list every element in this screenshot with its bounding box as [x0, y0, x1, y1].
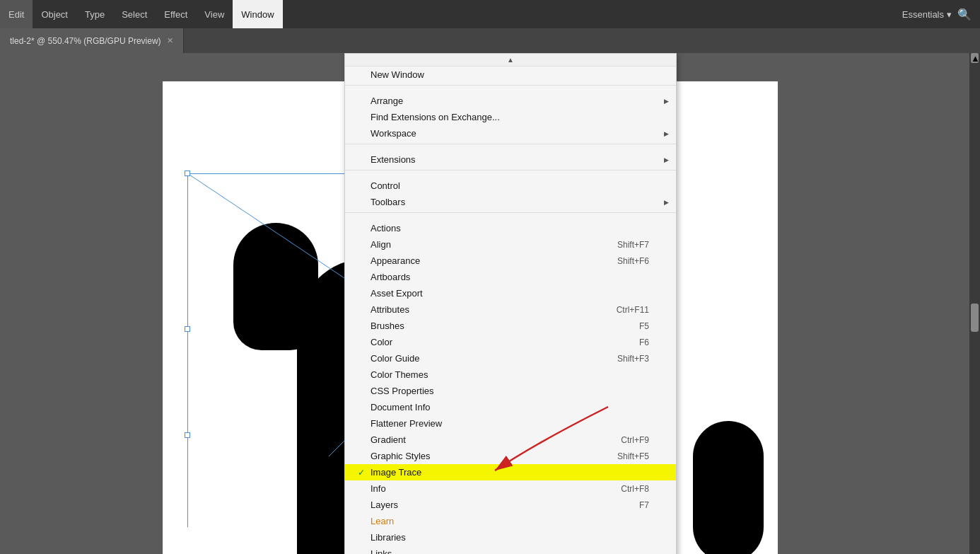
menu-item-label: Layers: [371, 500, 639, 510]
menu-item-control[interactable]: Control: [345, 178, 676, 194]
menu-item-layers[interactable]: LayersF7: [345, 497, 676, 513]
menu-item-label: Flattener Preview: [371, 418, 663, 429]
menu-bar: Edit Object Type Select Effect View Wind…: [0, 0, 980, 28]
menu-item-label: Brushes: [371, 321, 639, 331]
menu-bar-right: Essentials ▾ 🔍: [902, 8, 980, 21]
window-menu-dropdown: ▲ New WindowArrangeFind Extensions on Ex…: [344, 53, 677, 554]
handle-bottom-left[interactable]: [185, 432, 190, 438]
menu-object[interactable]: Object: [33, 0, 76, 28]
menu-item-learn[interactable]: Learn: [345, 513, 676, 529]
menu-view[interactable]: View: [196, 0, 233, 28]
menu-type[interactable]: Type: [76, 0, 113, 28]
menu-item-shortcut: Shift+F6: [617, 256, 663, 266]
menu-item-new-window[interactable]: New Window: [345, 67, 676, 83]
menu-separator-10: [345, 212, 676, 218]
menu-item-links[interactable]: Links: [345, 546, 676, 554]
menu-item-extensions[interactable]: Extensions: [345, 151, 676, 168]
menu-item-label: Libraries: [371, 532, 663, 543]
menu-item-label: Asset Export: [371, 288, 663, 299]
menu-item-label: Artboards: [371, 272, 663, 282]
menu-item-shortcut: Ctrl+F11: [617, 305, 663, 315]
menu-item-shortcut: Shift+F3: [617, 354, 663, 364]
search-icon[interactable]: 🔍: [957, 8, 972, 21]
menu-item-css-properties[interactable]: CSS Properties: [345, 383, 676, 399]
menu-item-find-extensions-on-exchange...[interactable]: Find Extensions on Exchange...: [345, 109, 676, 125]
scrollbar-up-arrow[interactable]: ▲: [971, 53, 979, 63]
menu-item-label: Appearance: [371, 255, 617, 266]
menu-item-gradient[interactable]: GradientCtrl+F9: [345, 432, 676, 448]
menu-item-label: Learn: [371, 516, 663, 526]
tab-bar: tled-2* @ 550.47% (RGB/GPU Preview) ✕: [0, 28, 980, 53]
menu-item-shortcut: Ctrl+F8: [621, 484, 663, 494]
menu-select[interactable]: Select: [113, 0, 156, 28]
canvas-shape-3: [693, 421, 764, 554]
menu-item-label: Info: [371, 483, 621, 494]
menu-item-label: Color Guide: [371, 353, 617, 364]
menu-item-actions[interactable]: Actions: [345, 220, 676, 236]
document-tab[interactable]: tled-2* @ 550.47% (RGB/GPU Preview) ✕: [0, 28, 184, 53]
menu-item-libraries[interactable]: Libraries: [345, 529, 676, 546]
menu-item-image-trace[interactable]: ✓Image Trace: [345, 464, 676, 480]
menu-item-color-themes[interactable]: Color Themes: [345, 367, 676, 383]
menu-item-document-info[interactable]: Document Info: [345, 399, 676, 415]
menu-item-shortcut: Shift+F5: [617, 451, 663, 461]
menu-item-label: Links: [371, 548, 663, 554]
menu-item-appearance[interactable]: AppearanceShift+F6: [345, 253, 676, 269]
menu-item-label: Find Extensions on Exchange...: [371, 112, 663, 122]
menu-window[interactable]: Window: [233, 0, 282, 28]
menu-item-shortcut: Ctrl+F9: [621, 435, 663, 445]
menu-separator-7: [345, 170, 676, 175]
menu-item-label: Toolbars: [371, 197, 663, 207]
tab-title: tled-2* @ 550.47% (RGB/GPU Preview): [10, 36, 161, 46]
menu-separator-1: [345, 85, 676, 91]
menu-item-shortcut: Shift+F7: [617, 240, 663, 250]
menu-item-toolbars[interactable]: Toolbars: [345, 194, 676, 210]
menu-item-label: Image Trace: [371, 467, 663, 478]
menu-item-workspace[interactable]: Workspace: [345, 125, 676, 142]
menu-item-label: Graphic Styles: [371, 451, 617, 461]
handle-top-left[interactable]: [185, 171, 190, 176]
menu-item-label: Color Themes: [371, 369, 663, 380]
menu-item-label: Align: [371, 239, 617, 250]
menu-item-arrange[interactable]: Arrange: [345, 93, 676, 109]
menu-item-attributes[interactable]: AttributesCtrl+F11: [345, 301, 676, 318]
menu-item-label: Document Info: [371, 402, 663, 412]
menu-item-label: Color: [371, 337, 639, 347]
menu-item-label: Extensions: [371, 154, 663, 165]
menu-item-info[interactable]: InfoCtrl+F8: [345, 480, 676, 497]
menu-item-label: CSS Properties: [371, 386, 663, 396]
bounding-left-line: [187, 173, 188, 527]
menu-item-artboards[interactable]: Artboards: [345, 269, 676, 285]
handle-mid-left[interactable]: [185, 326, 190, 332]
menu-item-shortcut: F6: [639, 337, 663, 347]
menu-item-asset-export[interactable]: Asset Export: [345, 285, 676, 301]
menu-item-color[interactable]: ColorF6: [345, 334, 676, 350]
menu-item-flattener-preview[interactable]: Flattener Preview: [345, 415, 676, 432]
menu-item-align[interactable]: AlignShift+F7: [345, 236, 676, 253]
check-icon-26: ✓: [358, 468, 371, 478]
menu-separator-5: [345, 144, 676, 149]
menu-item-label: Control: [371, 180, 663, 191]
menu-item-label: Attributes: [371, 304, 617, 315]
menu-item-shortcut: F5: [639, 321, 663, 331]
tab-close-button[interactable]: ✕: [167, 36, 173, 45]
scrollbar-right[interactable]: ▲: [969, 53, 980, 554]
menu-item-label: Arrange: [371, 96, 663, 106]
menu-item-label: Actions: [371, 223, 663, 233]
menu-item-brushes[interactable]: BrushesF5: [345, 318, 676, 334]
menu-item-graphic-styles[interactable]: Graphic StylesShift+F5: [345, 448, 676, 464]
menu-scroll-up[interactable]: ▲: [345, 54, 676, 67]
menu-item-label: Workspace: [371, 128, 663, 139]
menu-effect[interactable]: Effect: [156, 0, 196, 28]
canvas-area: ▲ ▲ New WindowArrangeFind Extensions on …: [0, 53, 980, 554]
menu-item-color-guide[interactable]: Color GuideShift+F3: [345, 350, 676, 367]
menu-item-label: New Window: [371, 69, 663, 80]
scrollbar-thumb[interactable]: [971, 304, 979, 332]
menu-item-label: Gradient: [371, 434, 621, 445]
menu-edit[interactable]: Edit: [0, 0, 33, 28]
essentials-button[interactable]: Essentials ▾: [902, 9, 952, 20]
menu-item-shortcut: F7: [639, 500, 663, 510]
